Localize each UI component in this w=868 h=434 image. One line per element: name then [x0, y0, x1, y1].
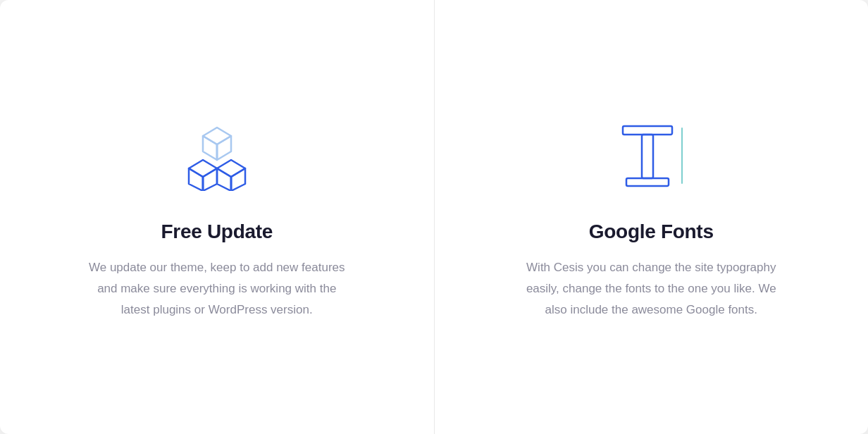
svg-marker-2	[203, 136, 217, 160]
font-svg	[619, 120, 676, 191]
svg-marker-4	[189, 160, 217, 177]
font-divider-line	[681, 128, 683, 184]
google-fonts-description: With Cesis you can change the site typog…	[517, 257, 785, 320]
main-container: Free Update We update our theme, keep to…	[0, 0, 868, 434]
google-fonts-title: Google Fonts	[589, 221, 714, 243]
free-update-title: Free Update	[161, 221, 273, 243]
svg-marker-10	[217, 168, 231, 191]
svg-rect-12	[623, 126, 672, 135]
svg-marker-8	[217, 160, 245, 177]
free-update-description: We update our theme, keep to add new fea…	[83, 257, 351, 320]
google-fonts-card: Google Fonts With Cesis you can change t…	[435, 0, 869, 434]
svg-rect-14	[626, 178, 669, 186]
svg-marker-0	[203, 128, 231, 144]
font-icon-wrapper	[619, 120, 683, 191]
svg-marker-1	[217, 136, 231, 160]
boxes-icon	[178, 120, 256, 191]
google-fonts-icon-area	[609, 113, 693, 198]
svg-marker-5	[203, 168, 217, 191]
svg-marker-9	[231, 168, 245, 191]
svg-marker-6	[189, 168, 203, 191]
svg-rect-13	[642, 135, 653, 178]
free-update-icon-area	[175, 113, 259, 198]
free-update-card: Free Update We update our theme, keep to…	[0, 0, 435, 434]
